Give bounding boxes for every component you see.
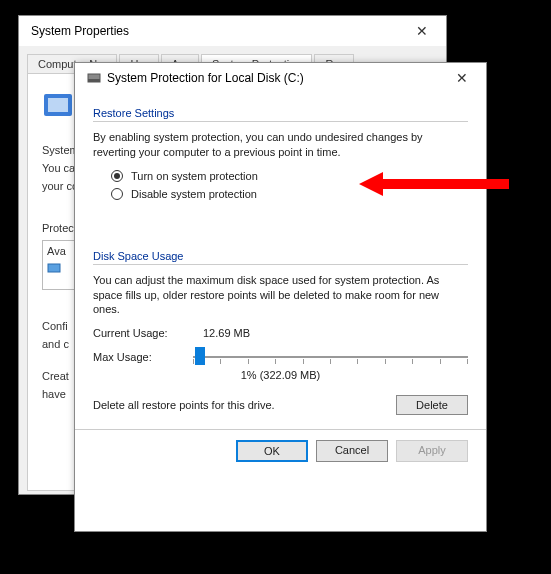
max-usage-label: Max Usage:: [93, 351, 183, 363]
svg-rect-1: [48, 98, 68, 112]
close-icon[interactable]: ✕: [408, 23, 436, 39]
svg-rect-2: [48, 264, 60, 272]
parent-desc1: You ca: [42, 162, 75, 174]
drive-icon: [47, 261, 61, 275]
shield-icon: [42, 90, 78, 126]
max-usage-slider[interactable]: [193, 347, 468, 367]
parent-desc2: your co: [42, 180, 78, 192]
dialog-buttons: OK Cancel Apply: [93, 440, 468, 462]
parent-titlebar: System Properties ✕: [19, 16, 446, 46]
delete-button[interactable]: Delete: [396, 395, 468, 415]
configure-l2: and c: [42, 338, 69, 350]
radio-off-label: Disable system protection: [131, 188, 257, 200]
disk-desc: You can adjust the maximum disk space us…: [93, 273, 468, 318]
child-titlebar: System Protection for Local Disk (C:) ✕: [75, 63, 486, 93]
apply-button: Apply: [396, 440, 468, 462]
radio-disable[interactable]: Disable system protection: [111, 188, 468, 200]
current-usage-label: Current Usage:: [93, 327, 183, 339]
radio-icon: [111, 188, 123, 200]
radio-turn-on[interactable]: Turn on system protection: [111, 170, 468, 182]
radio-icon: [111, 170, 123, 182]
radio-on-label: Turn on system protection: [131, 170, 258, 182]
close-icon[interactable]: ✕: [448, 70, 476, 86]
ok-button[interactable]: OK: [236, 440, 308, 462]
configure-l1: Confi: [42, 320, 68, 332]
child-body: Restore Settings By enabling system prot…: [75, 93, 486, 472]
group-restore-settings: Restore Settings: [93, 107, 468, 119]
current-usage-row: Current Usage: 12.69 MB: [93, 327, 468, 339]
child-title: System Protection for Local Disk (C:): [107, 71, 304, 85]
delete-desc: Delete all restore points for this drive…: [93, 399, 275, 411]
drive-icon: [87, 71, 101, 85]
current-usage-value: 12.69 MB: [203, 327, 250, 339]
slider-value: 1% (322.09 MB): [93, 369, 468, 381]
slider-thumb-icon[interactable]: [195, 347, 205, 365]
create-l2: have: [42, 388, 66, 400]
group-disk-space: Disk Space Usage: [93, 250, 468, 262]
max-usage-row: Max Usage:: [93, 347, 468, 367]
restore-desc: By enabling system protection, you can u…: [93, 130, 468, 160]
create-l1: Creat: [42, 370, 69, 382]
svg-rect-4: [88, 79, 100, 82]
system-protection-dialog: System Protection for Local Disk (C:) ✕ …: [74, 62, 487, 532]
cancel-button[interactable]: Cancel: [316, 440, 388, 462]
parent-title: System Properties: [31, 24, 129, 38]
